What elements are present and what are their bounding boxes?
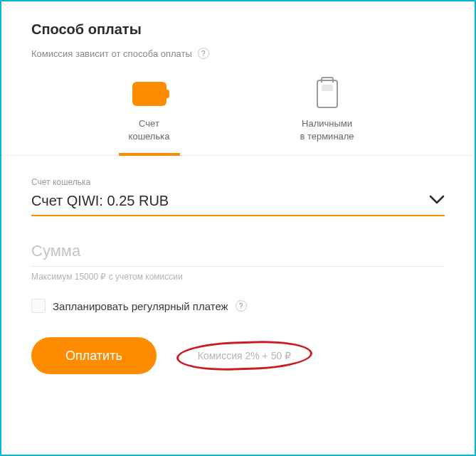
amount-input[interactable]: Сумма bbox=[31, 242, 445, 267]
pay-button[interactable]: Оплатить bbox=[31, 337, 157, 374]
schedule-checkbox[interactable] bbox=[31, 299, 46, 313]
wallet-icon bbox=[132, 82, 166, 106]
terminal-icon bbox=[317, 80, 338, 108]
method-terminal[interactable]: Наличными в терминале bbox=[281, 79, 374, 155]
help-icon[interactable]: ? bbox=[236, 300, 247, 312]
wallet-select[interactable]: Счет QIWI: 0.25 RUB bbox=[31, 190, 445, 216]
method-terminal-label: Наличными в терминале bbox=[300, 117, 354, 142]
page-title: Способ оплаты bbox=[31, 21, 445, 38]
help-icon[interactable]: ? bbox=[198, 48, 209, 59]
wallet-select-value: Счет QIWI: 0.25 RUB bbox=[31, 193, 169, 209]
commission-text: Комиссия 2% + 50 ₽ bbox=[198, 350, 291, 361]
method-wallet[interactable]: Счет кошелька bbox=[103, 79, 196, 155]
commission-info: Комиссия 2% + 50 ₽ bbox=[176, 341, 312, 370]
commission-note: Комиссия зависит от способа оплаты bbox=[31, 48, 192, 59]
amount-hint: Максимум 15000 ₽ с учетом комиссии bbox=[31, 272, 445, 282]
wallet-select-label: Счет кошелька bbox=[31, 177, 445, 187]
method-wallet-label: Счет кошелька bbox=[129, 117, 170, 142]
schedule-label: Запланировать регулярный платеж bbox=[53, 300, 228, 312]
chevron-down-icon bbox=[429, 193, 445, 208]
